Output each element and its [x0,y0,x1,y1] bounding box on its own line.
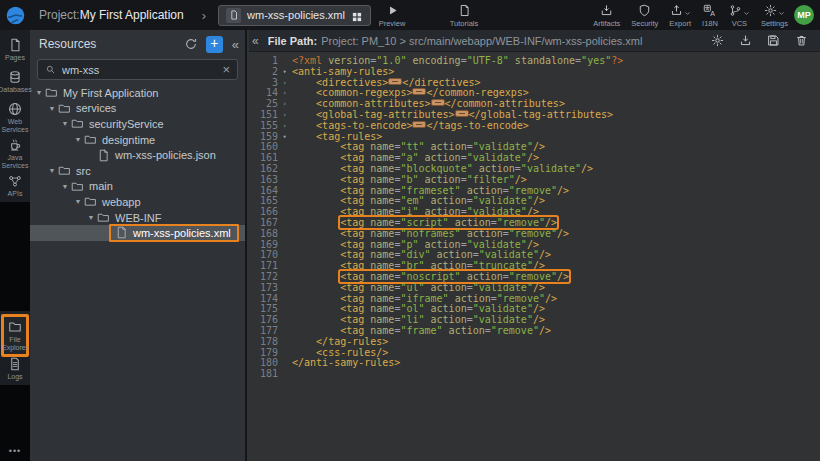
chevron-down-icon [778,10,785,17]
tree-item-src[interactable]: ▼src [30,163,245,179]
settings-button[interactable]: Settings [761,4,788,28]
i18n-icon: A [703,4,716,17]
collapsed-code-icon[interactable] [431,99,445,106]
tree-item-services[interactable]: ▼services [30,101,245,117]
line-number: 181 [249,369,279,380]
vcs-button[interactable]: VCS [729,4,750,28]
sidebar-item-web-services[interactable]: Web Services [0,102,30,133]
fold-gutter [279,164,290,175]
tree-item-content: WEB-INF [96,211,161,224]
code-area[interactable]: 1<?xml version="1.0" encoding="UTF-8" st… [249,52,820,380]
chevron-expanded-icon[interactable]: ▼ [86,214,96,221]
fold-closed-icon[interactable]: › [279,121,290,132]
tree-item-label: designtime [102,134,155,146]
project-breadcrumb[interactable]: Project:My First Application [39,8,184,22]
vcs-icon [729,4,742,17]
save-icon[interactable] [767,34,780,47]
sidebar-item-java-services[interactable]: Java Services [0,138,30,169]
sidebar-item-file-explorer[interactable]: File Explorer [1,314,29,357]
chevron-expanded-icon[interactable]: ▼ [73,198,83,205]
tree-item-main[interactable]: ▼main [30,179,245,195]
line-number: 2 [249,67,279,78]
fold-closed-icon[interactable]: › [279,99,290,110]
logs-icon [8,357,22,371]
delete-icon[interactable] [795,34,808,47]
collapsed-code-icon[interactable] [412,88,426,95]
download-icon[interactable] [739,34,752,47]
tree-item-wm-xss-policies-json[interactable]: wm-xss-policies.json [30,147,245,163]
export-label: Export [669,19,691,28]
tree-item-label: wm-xss-policies.json [115,149,216,161]
sidebar-item-label: File Explorer [2,336,28,351]
code-line-181[interactable]: 181 [249,369,820,380]
tree-item-web-inf[interactable]: ▼WEB-INF [30,210,245,226]
add-resource-button[interactable]: + [206,36,223,53]
annotation-highlight-box: wm-xss-policies.xml [109,224,239,242]
tree-item-content: securityService [70,117,164,130]
tree-item-label: services [76,102,116,114]
fold-closed-icon[interactable]: › [279,78,290,89]
settings-icon [764,4,777,17]
tree-item-wm-xss-policies-xml[interactable]: wm-xss-policies.xml [30,225,245,241]
tree-item-webapp[interactable]: ▼webapp [30,194,245,210]
security-button[interactable]: Security [631,4,658,28]
chevron-expanded-icon[interactable]: ▼ [73,136,83,143]
tree-item-designtime[interactable]: ▼designtime [30,132,245,148]
chevron-expanded-icon[interactable]: ▼ [34,89,44,96]
more-options-button[interactable]: ••• [0,446,30,456]
chevron-down-icon [684,10,691,17]
fold-closed-icon[interactable]: › [279,88,290,99]
fold-gutter [279,315,290,326]
sidebar-item-apis[interactable]: APIs [0,174,30,198]
collapse-panel-icon[interactable]: « [231,37,240,52]
tree-item-content: main [70,180,113,193]
folder-icon [71,117,84,130]
sidebar-item-databases[interactable]: Databases [0,70,30,94]
artifacts-icon [600,4,613,17]
fold-gutter [279,240,290,251]
settings-icon[interactable] [711,34,724,47]
folder-icon [71,180,84,193]
refresh-icon[interactable] [184,37,198,51]
fold-closed-icon[interactable]: › [279,110,290,121]
sidebar-item-logs[interactable]: Logs [0,357,30,381]
preview-button[interactable]: Preview [368,3,416,29]
i18n-button[interactable]: AI18N [702,4,718,28]
code-line-180[interactable]: 180</anti-samy-rules> [249,358,820,369]
tree-item-content: services [57,102,116,115]
fold-open-icon[interactable]: ▾ [279,67,290,78]
artifacts-button[interactable]: Artifacts [593,4,620,28]
collapsed-code-icon[interactable] [412,121,426,128]
tree-item-securityservice[interactable]: ▼securityService [30,116,245,132]
file-path-value: Project: PM_10 > src/main/webapp/WEB-INF… [321,35,642,47]
pages-icon [8,38,22,52]
tree-item-my-first-application[interactable]: ▼My First Application [30,85,245,101]
collapsed-code-icon[interactable] [388,78,402,85]
fold-gutter [279,304,290,315]
annotation-highlight-box: <tag name="noscript" action="remove"/> [340,271,569,282]
export-icon [670,4,683,17]
fold-gutter [279,250,290,261]
clear-search-icon[interactable]: × [222,63,230,76]
chevron-expanded-icon[interactable]: ▼ [47,105,57,112]
collapsed-code-icon[interactable] [455,110,469,117]
chevron-expanded-icon[interactable]: ▼ [60,183,70,190]
collapse-tree-icon[interactable]: « [252,34,259,48]
resources-header: Resources + « [30,30,245,55]
chevron-expanded-icon[interactable]: ▼ [47,167,57,174]
export-button[interactable]: Export [669,4,691,28]
fold-gutter [279,186,290,197]
sidebar-item-pages[interactable]: Pages [0,38,30,62]
fold-open-icon[interactable]: ▾ [279,132,290,143]
chevron-expanded-icon[interactable]: ▼ [60,120,70,127]
fold-gutter [279,348,290,359]
tab-wm-xss-policies[interactable]: wm-xss-policies.xml [218,5,371,26]
tutorials-button[interactable]: Tutorials [438,3,490,29]
folder-icon [58,102,71,115]
grid-icon[interactable] [351,9,363,21]
search-input[interactable] [62,64,216,76]
security-label: Security [631,19,658,28]
user-avatar[interactable]: MP [794,5,814,25]
top-bar-actions: ArtifactsSecurityExportAI18NVCSSettings [593,3,788,29]
app-logo-icon[interactable] [0,0,30,30]
